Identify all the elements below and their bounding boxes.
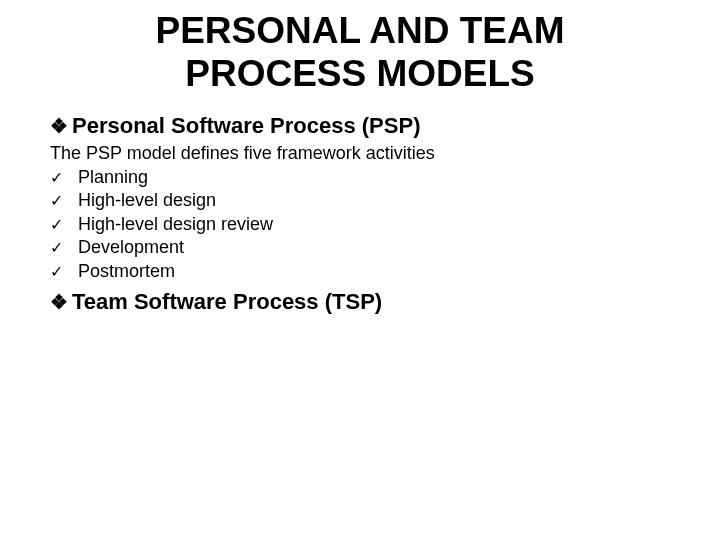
list-item-label: Development <box>78 236 184 259</box>
check-icon: ✓ <box>50 238 78 259</box>
subheading-psp: ❖ Personal Software Process (PSP) <box>50 113 670 139</box>
list-item: ✓ Postmortem <box>50 260 670 283</box>
list-item-label: High-level design review <box>78 213 273 236</box>
list-item-label: High-level design <box>78 189 216 212</box>
diamond-bullet-icon: ❖ <box>50 292 72 312</box>
check-icon: ✓ <box>50 215 78 236</box>
page-title: PERSONAL AND TEAM PROCESS MODELS <box>50 10 670 95</box>
list-item: ✓ Development <box>50 236 670 259</box>
list-item: ✓ Planning <box>50 166 670 189</box>
intro-text: The PSP model defines five framework act… <box>50 143 670 164</box>
list-item: ✓ High-level design <box>50 189 670 212</box>
subheading-psp-label: Personal Software Process (PSP) <box>72 113 420 139</box>
activity-list: ✓ Planning ✓ High-level design ✓ High-le… <box>50 166 670 283</box>
diamond-bullet-icon: ❖ <box>50 116 72 136</box>
check-icon: ✓ <box>50 168 78 189</box>
check-icon: ✓ <box>50 191 78 212</box>
subheading-tsp: ❖ Team Software Process (TSP) <box>50 289 670 315</box>
check-icon: ✓ <box>50 262 78 283</box>
list-item-label: Planning <box>78 166 148 189</box>
subheading-tsp-label: Team Software Process (TSP) <box>72 289 382 315</box>
list-item: ✓ High-level design review <box>50 213 670 236</box>
list-item-label: Postmortem <box>78 260 175 283</box>
